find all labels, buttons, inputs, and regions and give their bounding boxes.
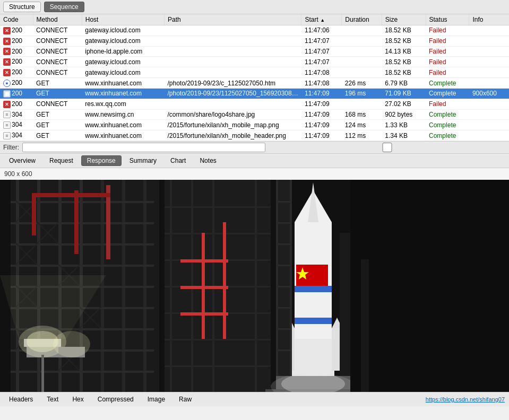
cell-path <box>164 46 301 57</box>
col-duration[interactable]: Duration <box>342 14 382 25</box>
tab-chart[interactable]: Chart <box>165 155 192 166</box>
x-icon: ✕ <box>3 38 11 45</box>
svg-rect-93 <box>361 259 369 392</box>
cell-path: /photo/2019-09/23/c_1125027050.htm <box>164 78 301 89</box>
cell-start: 11:47:09 <box>301 120 342 130</box>
cell-size: 1.34 KB <box>382 130 426 141</box>
cell-path <box>164 36 301 46</box>
svg-rect-61 <box>41 355 44 392</box>
svg-rect-87 <box>276 286 292 287</box>
rocket-image <box>0 180 509 392</box>
cell-status: Failed <box>426 36 469 46</box>
cell-host: www.newsimg.cn <box>82 109 164 120</box>
cell-method: CONNECT <box>33 57 82 67</box>
table-row[interactable]: ✕200CONNECTgateway.icloud.com11:47:0718.… <box>0 57 509 67</box>
cell-info: 900x600 <box>469 88 509 99</box>
col-code[interactable]: Code <box>0 14 33 25</box>
svg-point-63 <box>53 331 90 357</box>
table-row[interactable]: ✕200CONNECTres.wx.qq.com11:47:0927.02 KB… <box>0 99 509 109</box>
x-icon: ✕ <box>3 58 11 66</box>
table-row[interactable]: ✕200CONNECTiphone-ld.apple.com11:47:0714… <box>0 46 509 57</box>
row-icon-code: ✕200 <box>0 36 33 46</box>
cell-start: 11:47:09 <box>301 99 342 109</box>
cell-status: Failed <box>426 99 469 109</box>
cell-host: www.xinhuanet.com <box>82 88 164 99</box>
cell-path: /common/share/logo4share.jpg <box>164 109 301 120</box>
row-icon-code: ✕200 <box>0 57 33 67</box>
tab-text[interactable]: Text <box>41 394 64 405</box>
cell-info <box>469 46 509 57</box>
cell-start: 11:47:07 <box>301 46 342 57</box>
cell-size: 18.52 KB <box>382 57 426 67</box>
cell-status: Complete <box>426 88 469 99</box>
table-row[interactable]: ✕200CONNECTgateway.icloud.com11:47:0818.… <box>0 67 509 78</box>
cell-host: iphone-ld.apple.com <box>82 46 164 57</box>
cell-info <box>469 57 509 67</box>
col-host[interactable]: Host <box>82 14 164 25</box>
network-table-container: Code Method Host Path Start ▲ Duration S… <box>0 14 509 142</box>
cell-path <box>164 67 301 78</box>
cell-method: GET <box>33 120 82 130</box>
col-info[interactable]: Info <box>469 14 509 25</box>
svg-rect-81 <box>276 180 278 376</box>
cell-duration: 124 ms <box>342 120 382 130</box>
cell-path: /2015/fortune/xilan/xh_mobile_map.png <box>164 120 301 130</box>
tab-notes[interactable]: Notes <box>194 155 222 166</box>
table-row[interactable]: ●200GETwww.xinhuanet.com/photo/2019-09/2… <box>0 78 509 89</box>
tab-response[interactable]: Response <box>81 155 122 166</box>
tab-summary[interactable]: Summary <box>124 155 162 166</box>
svg-rect-12 <box>11 265 154 267</box>
bottom-tabs: Headers Text Hex Compressed Image Raw ht… <box>0 392 509 406</box>
lines-icon: ≡ <box>3 111 11 118</box>
svg-rect-50 <box>32 193 110 197</box>
col-method[interactable]: Method <box>33 14 82 25</box>
cell-size: 71.09 KB <box>382 88 426 99</box>
filter-bar: Filter: <box>0 142 509 154</box>
tab-compressed[interactable]: Compressed <box>92 394 140 405</box>
cell-size: 6.79 KB <box>382 78 426 89</box>
svg-rect-84 <box>276 222 292 224</box>
x-icon: ✕ <box>3 69 11 76</box>
tab-hex[interactable]: Hex <box>66 394 89 405</box>
structure-tab[interactable]: Structure <box>3 2 41 12</box>
svg-rect-11 <box>11 243 154 246</box>
filter-input[interactable] <box>22 143 265 152</box>
table-row[interactable]: ≡304GETwww.newsimg.cn/common/share/logo4… <box>0 109 509 120</box>
cell-size: 902 bytes <box>382 109 426 120</box>
lines-icon: ≡ <box>3 132 11 139</box>
cell-size: 18.52 KB <box>382 25 426 36</box>
table-row[interactable]: ≡304GETwww.xinhuanet.com/2015/fortune/xi… <box>0 130 509 141</box>
tab-request[interactable]: Request <box>44 155 79 166</box>
col-status[interactable]: Status <box>426 14 469 25</box>
svg-rect-41 <box>165 233 271 234</box>
sequence-tab[interactable]: Sequence <box>44 2 84 12</box>
table-row[interactable]: ≡304GETwww.xinhuanet.com/2015/fortune/xi… <box>0 120 509 130</box>
url-label[interactable]: https://blog.csdn.net/shifang07 <box>426 396 505 402</box>
col-start[interactable]: Start ▲ <box>301 14 342 25</box>
svg-rect-52 <box>223 222 226 339</box>
row-icon-code: ✕200 <box>0 46 33 57</box>
svg-rect-71 <box>295 318 332 324</box>
filter-checkbox[interactable] <box>269 143 506 152</box>
cell-method: GET <box>33 109 82 120</box>
table-row[interactable]: ✕200CONNECTgateway.icloud.com11:47:0618.… <box>0 25 509 36</box>
cell-method: GET <box>33 78 82 89</box>
svg-rect-53 <box>180 259 228 262</box>
table-row[interactable]: ✕200CONNECTgateway.icloud.com11:47:0718.… <box>0 36 509 46</box>
cell-host: gateway.icloud.com <box>82 67 164 78</box>
table-row[interactable]: ▦200GETwww.xinhuanet.com/photo/2019-09/2… <box>0 88 509 99</box>
cell-start: 11:47:09 <box>301 130 342 141</box>
col-path[interactable]: Path <box>164 14 301 25</box>
cell-info <box>469 36 509 46</box>
tab-headers[interactable]: Headers <box>3 394 39 405</box>
svg-rect-54 <box>180 286 228 289</box>
svg-rect-85 <box>276 243 292 245</box>
cell-status: Failed <box>426 25 469 36</box>
row-icon-code: ✕200 <box>0 99 33 109</box>
table-body: ✕200CONNECTgateway.icloud.com11:47:0618.… <box>0 25 509 141</box>
tab-overview[interactable]: Overview <box>3 155 41 166</box>
tab-image[interactable]: Image <box>142 394 171 405</box>
col-size[interactable]: Size <box>382 14 426 25</box>
tab-raw[interactable]: Raw <box>173 394 197 405</box>
cell-size: 14.13 KB <box>382 46 426 57</box>
